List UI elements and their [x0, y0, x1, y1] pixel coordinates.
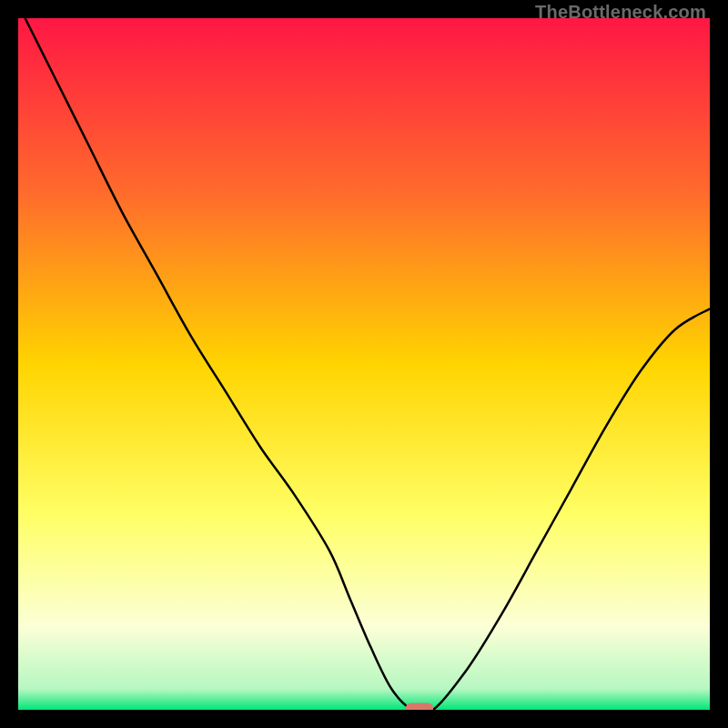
- optimal-marker: [406, 703, 433, 710]
- chart-svg: [18, 18, 710, 710]
- chart-frame: TheBottleneck.com: [0, 0, 728, 728]
- chart-background: [18, 18, 710, 710]
- plot-area: [18, 18, 710, 710]
